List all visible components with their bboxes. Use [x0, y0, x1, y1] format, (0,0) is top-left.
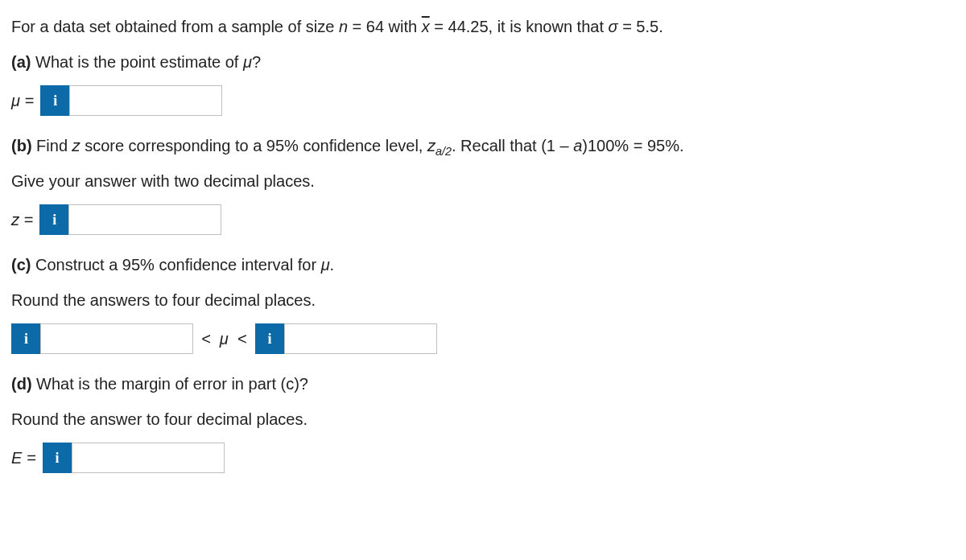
intro-text-4: = 5.5. [618, 18, 663, 35]
info-icon[interactable]: i [255, 323, 284, 354]
part-b-question: (b) Find z score corresponding to a 95% … [11, 134, 955, 158]
part-a-answer-row: μ = i [11, 85, 955, 116]
ci-upper-input[interactable] [284, 323, 437, 354]
z-sub-base: z [427, 137, 436, 154]
part-c-instruction: Round the answers to four decimal places… [11, 288, 955, 312]
part-c-answer-row: i < μ < i [11, 323, 955, 354]
n-variable: n [339, 18, 348, 35]
info-icon[interactable]: i [11, 323, 40, 354]
part-b-instruction: Give your answer with two decimal places… [11, 169, 955, 193]
part-b-text4: )100% = 95%. [582, 137, 683, 154]
info-icon[interactable]: i [43, 443, 72, 473]
part-a-var: μ [243, 53, 252, 71]
part-d-text: What is the margin of error in part (c)? [32, 375, 308, 393]
alpha-var: a [573, 137, 582, 154]
info-icon[interactable]: i [40, 85, 69, 116]
part-c-var: μ [321, 256, 330, 274]
part-c-question: (c) Construct a 95% confidence interval … [11, 253, 955, 277]
part-b-label: (b) [11, 137, 32, 154]
sigma-variable: σ [609, 18, 618, 35]
part-a-text: What is the point estimate of [31, 53, 242, 71]
part-a-label: (a) [11, 53, 31, 71]
intro-text-3: = 44.25, it is known that [430, 18, 609, 35]
xbar-variable: x [422, 18, 430, 35]
part-a-qmark: ? [252, 53, 261, 71]
e-equals-label: E = [11, 446, 36, 470]
mu-equals-label: μ = [11, 89, 34, 113]
intro-paragraph: For a data set obtained from a sample of… [11, 14, 955, 39]
part-b-text: Find [32, 137, 72, 154]
info-icon[interactable]: i [39, 204, 68, 235]
z-word: z [72, 137, 80, 154]
part-b-answer-row: z = i [11, 204, 955, 235]
e-input[interactable] [72, 443, 225, 473]
part-d-answer-row: E = i [11, 443, 955, 473]
z-input[interactable] [68, 204, 221, 235]
part-d-instruction: Round the answer to four decimal places. [11, 407, 955, 431]
part-d-question: (d) What is the margin of error in part … [11, 372, 955, 396]
z-equals-label: z = [11, 208, 33, 232]
part-b-text3: . Recall that (1 – [452, 137, 573, 154]
ci-lower-input[interactable] [40, 323, 193, 354]
part-c-dot: . [330, 256, 335, 274]
part-a-question: (a) What is the point estimate of μ? [11, 50, 955, 74]
mu-between-label: < μ < [201, 327, 247, 351]
mu-input[interactable] [69, 85, 222, 116]
z-sub-sub: a/2 [436, 145, 452, 158]
part-c-text: Construct a 95% confidence interval for [31, 256, 320, 274]
part-c-label: (c) [11, 256, 31, 274]
part-b-text2: score corresponding to a 95% confidence … [80, 137, 427, 154]
part-d-label: (d) [11, 375, 32, 393]
intro-text-1: For a data set obtained from a sample of… [11, 18, 339, 35]
intro-text-2: = 64 with [348, 18, 422, 35]
